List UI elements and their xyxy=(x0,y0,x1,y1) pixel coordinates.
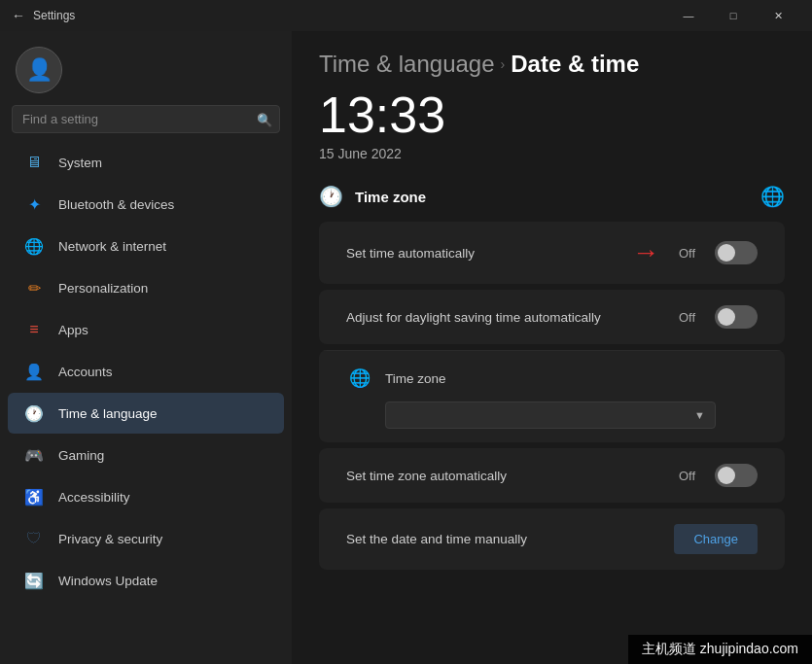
clock-globe-icon: 🕐 xyxy=(319,185,343,208)
sidebar-item-label-accounts: Accounts xyxy=(58,365,113,379)
time-language-nav-icon: 🕐 xyxy=(23,402,45,424)
sidebar-item-accessibility[interactable]: ♿Accessibility xyxy=(8,476,284,517)
timezone-dropdown[interactable]: ▼ xyxy=(385,402,716,429)
current-date: 15 June 2022 xyxy=(319,146,785,161)
app-body: 👤 🔍 🖥System✦Bluetooth & devices🌐Network … xyxy=(0,31,812,664)
maximize-button[interactable]: □ xyxy=(711,0,756,31)
nav-items-container: 🖥System✦Bluetooth & devices🌐Network & in… xyxy=(0,141,292,602)
sidebar-item-bluetooth[interactable]: ✦Bluetooth & devices xyxy=(8,184,284,225)
breadcrumb: Time & language › Date & time xyxy=(319,51,785,78)
toggle-thumb-2 xyxy=(718,308,735,326)
set-date-manual-setting: Set the date and time manually Change xyxy=(319,508,785,570)
titlebar-left: ← Settings xyxy=(12,8,75,23)
sidebar-item-label-accessibility: Accessibility xyxy=(58,490,130,505)
titlebar-title: Settings xyxy=(33,9,75,22)
system-nav-icon: 🖥 xyxy=(23,152,45,173)
sidebar-item-label-gaming: Gaming xyxy=(58,448,104,463)
arrow-indicator: → xyxy=(624,237,667,268)
timezone-label: Time zone xyxy=(385,371,446,386)
sidebar-item-system[interactable]: 🖥System xyxy=(8,142,284,183)
current-time: 13:33 xyxy=(319,89,785,140)
titlebar-controls: — □ ✕ xyxy=(666,0,800,31)
personalization-nav-icon: ✏ xyxy=(23,277,45,298)
back-button[interactable]: ← xyxy=(12,8,25,23)
apps-nav-icon: ≡ xyxy=(23,319,45,340)
sidebar-item-label-network: Network & internet xyxy=(58,239,166,254)
set-time-auto-value: Off xyxy=(679,246,695,261)
avatar: 👤 xyxy=(16,47,62,93)
search-input[interactable] xyxy=(12,105,280,133)
set-timezone-auto-toggle[interactable] xyxy=(715,464,758,487)
sidebar-item-label-system: System xyxy=(58,156,102,170)
section-title: Time zone xyxy=(355,189,749,205)
set-timezone-auto-value: Off xyxy=(679,469,695,483)
daylight-saving-value: Off xyxy=(679,310,695,325)
set-timezone-auto-label: Set time zone automatically xyxy=(346,469,667,483)
daylight-saving-label: Adjust for daylight saving time automati… xyxy=(346,310,667,325)
minimize-button[interactable]: — xyxy=(666,0,711,31)
sidebar-item-accounts[interactable]: 👤Accounts xyxy=(8,351,284,392)
sidebar-item-personalization[interactable]: ✏Personalization xyxy=(8,267,284,308)
timezone-section-header: 🕐 Time zone 🌐 xyxy=(292,171,812,222)
breadcrumb-current: Date & time xyxy=(511,51,639,78)
sidebar: 👤 🔍 🖥System✦Bluetooth & devices🌐Network … xyxy=(0,31,292,664)
sidebar-item-network[interactable]: 🌐Network & internet xyxy=(8,226,284,266)
sidebar-item-label-apps: Apps xyxy=(58,323,88,337)
sidebar-item-privacy-security[interactable]: 🛡Privacy & security xyxy=(8,518,284,559)
network-nav-icon: 🌐 xyxy=(23,235,45,257)
titlebar: ← Settings — □ ✕ xyxy=(0,0,812,31)
close-button[interactable]: ✕ xyxy=(756,0,800,31)
set-date-manual-label: Set the date and time manually xyxy=(346,532,662,546)
sidebar-item-windows-update[interactable]: 🔄Windows Update xyxy=(8,560,284,601)
breadcrumb-separator: › xyxy=(501,56,506,72)
change-date-button[interactable]: Change xyxy=(674,524,758,554)
set-time-auto-row: Set time automatically → Off xyxy=(319,222,785,284)
sidebar-item-label-windows-update: Windows Update xyxy=(58,574,158,588)
content-header: Time & language › Date & time 13:33 15 J… xyxy=(292,31,812,171)
privacy-security-nav-icon: 🛡 xyxy=(23,528,45,549)
sidebar-profile: 👤 xyxy=(0,31,292,105)
set-timezone-auto-setting: Set time zone automatically Off xyxy=(319,448,785,503)
bluetooth-nav-icon: ✦ xyxy=(23,193,45,215)
content-area: Time & language › Date & time 13:33 15 J… xyxy=(292,31,812,664)
search-icon[interactable]: 🔍 xyxy=(257,112,272,126)
daylight-saving-toggle[interactable] xyxy=(715,305,758,329)
set-time-auto-toggle[interactable] xyxy=(715,241,758,264)
set-time-auto-label: Set time automatically xyxy=(346,246,613,261)
globe-icon: 🌐 xyxy=(760,185,785,208)
gaming-nav-icon: 🎮 xyxy=(23,444,45,466)
dropdown-arrow-icon: ▼ xyxy=(694,409,705,421)
set-date-manual-row: Set the date and time manually Change xyxy=(319,508,785,570)
timezone-dropdown-row: 🌐 Time zone ▼ xyxy=(319,350,785,442)
timezone-section: 🌐 Time zone ▼ xyxy=(319,350,785,442)
windows-update-nav-icon: 🔄 xyxy=(23,570,45,591)
sidebar-item-gaming[interactable]: 🎮Gaming xyxy=(8,435,284,475)
sidebar-item-apps[interactable]: ≡Apps xyxy=(8,309,284,350)
toggle-thumb-3 xyxy=(718,467,735,484)
set-time-auto-setting: Set time automatically → Off xyxy=(319,222,785,284)
sidebar-item-label-privacy-security: Privacy & security xyxy=(58,532,162,546)
timezone-row-header: 🌐 Time zone xyxy=(346,365,758,392)
sidebar-item-label-personalization: Personalization xyxy=(58,281,148,296)
accessibility-nav-icon: ♿ xyxy=(23,486,45,507)
daylight-saving-setting: Adjust for daylight saving time automati… xyxy=(319,290,785,344)
red-arrow-icon: → xyxy=(632,237,659,268)
sidebar-item-time-language[interactable]: 🕐Time & language xyxy=(8,393,284,434)
sidebar-item-label-time-language: Time & language xyxy=(58,406,158,421)
timezone-icon: 🌐 xyxy=(346,365,373,392)
sidebar-search-container: 🔍 xyxy=(12,105,280,133)
watermark: 主机频道 zhujipindao.com xyxy=(628,635,812,664)
daylight-saving-row: Adjust for daylight saving time automati… xyxy=(319,290,785,344)
sidebar-item-label-bluetooth: Bluetooth & devices xyxy=(58,197,174,212)
toggle-thumb xyxy=(718,244,735,262)
breadcrumb-parent: Time & language xyxy=(319,51,495,78)
set-timezone-auto-row: Set time zone automatically Off xyxy=(319,448,785,503)
accounts-nav-icon: 👤 xyxy=(23,361,45,382)
